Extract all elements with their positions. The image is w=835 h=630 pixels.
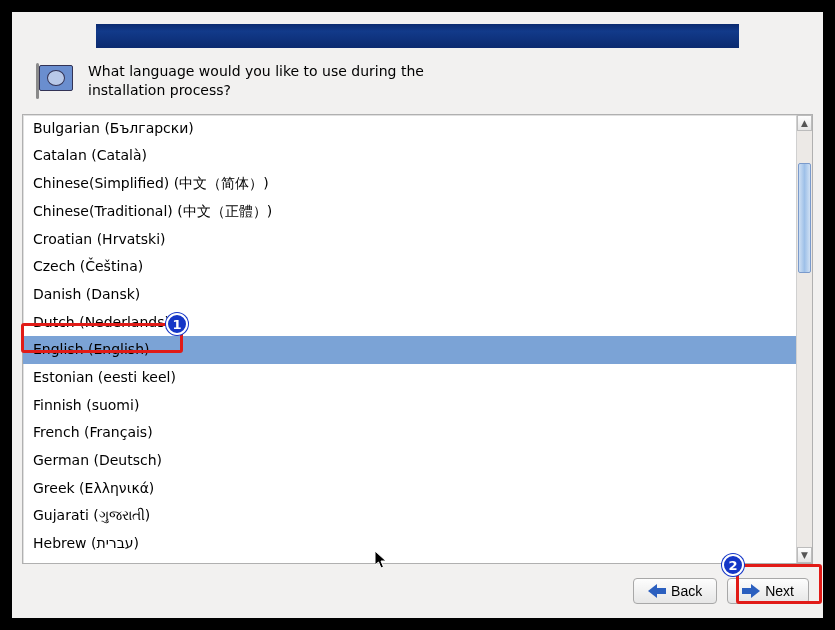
prompt-text: What language would you like to use duri… bbox=[88, 62, 424, 100]
language-list-container: Bulgarian (Български)Catalan (Català)Chi… bbox=[22, 114, 813, 564]
back-button[interactable]: Back bbox=[633, 578, 717, 604]
list-item[interactable]: Catalan (Català) bbox=[23, 142, 796, 170]
next-button[interactable]: Next bbox=[727, 578, 809, 604]
list-item[interactable]: French (Français) bbox=[23, 419, 796, 447]
prompt-line1: What language would you like to use duri… bbox=[88, 62, 424, 81]
flag-icon bbox=[34, 63, 76, 99]
list-item[interactable]: Czech (Čeština) bbox=[23, 253, 796, 281]
scroll-track[interactable] bbox=[797, 131, 812, 547]
list-item[interactable]: Bulgarian (Български) bbox=[23, 115, 796, 143]
list-item[interactable]: Gujarati (ગુજરાતી) bbox=[23, 502, 796, 530]
arrow-left-icon bbox=[648, 584, 666, 598]
list-item[interactable]: English (English) bbox=[23, 336, 796, 364]
list-item[interactable]: Greek (Ελληνικά) bbox=[23, 475, 796, 503]
list-item[interactable]: Finnish (suomi) bbox=[23, 392, 796, 420]
back-button-label: Back bbox=[671, 583, 702, 599]
language-list[interactable]: Bulgarian (Български)Catalan (Català)Chi… bbox=[23, 115, 796, 563]
scroll-thumb[interactable] bbox=[798, 163, 811, 273]
list-item[interactable]: Hindi (हिन्दी) bbox=[23, 558, 796, 563]
scroll-down-button[interactable]: ▼ bbox=[797, 547, 812, 563]
scroll-up-button[interactable]: ▲ bbox=[797, 115, 812, 131]
button-row: Back Next bbox=[12, 564, 823, 618]
prompt-line2: installation process? bbox=[88, 81, 424, 100]
prompt-row: What language would you like to use duri… bbox=[12, 48, 823, 114]
scrollbar[interactable]: ▲ ▼ bbox=[796, 115, 812, 563]
next-button-label: Next bbox=[765, 583, 794, 599]
list-item[interactable]: Estonian (eesti keel) bbox=[23, 364, 796, 392]
header-banner bbox=[96, 24, 739, 48]
list-item[interactable]: Dutch (Nederlands) bbox=[23, 309, 796, 337]
list-item[interactable]: German (Deutsch) bbox=[23, 447, 796, 475]
installer-window: What language would you like to use duri… bbox=[12, 12, 823, 618]
arrow-right-icon bbox=[742, 584, 760, 598]
list-item[interactable]: Chinese(Simplified) (中文（简体）) bbox=[23, 170, 796, 198]
list-item[interactable]: Danish (Dansk) bbox=[23, 281, 796, 309]
list-item[interactable]: Croatian (Hrvatski) bbox=[23, 226, 796, 254]
list-item[interactable]: Hebrew (עברית) bbox=[23, 530, 796, 558]
list-item[interactable]: Chinese(Traditional) (中文（正體）) bbox=[23, 198, 796, 226]
